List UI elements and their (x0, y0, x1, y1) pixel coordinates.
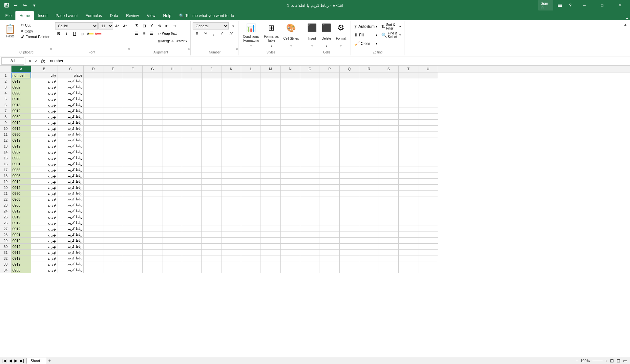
cell-U23[interactable] (418, 202, 438, 208)
row-number[interactable]: 22 (0, 196, 11, 202)
cell-U7[interactable] (418, 108, 438, 114)
cell-L34[interactable] (241, 267, 261, 273)
cell-C33[interactable]: رباط کریم (57, 261, 84, 267)
cell-G7[interactable] (143, 108, 162, 114)
cell-E12[interactable] (103, 137, 123, 143)
cell-C30[interactable]: رباط کریم (57, 244, 84, 250)
cell-G26[interactable] (143, 220, 162, 226)
cell-T8[interactable] (399, 114, 418, 120)
cell-D11[interactable] (84, 131, 103, 137)
row-number[interactable]: 25 (0, 214, 11, 220)
cell-F24[interactable] (123, 208, 143, 214)
cell-D32[interactable] (84, 255, 103, 261)
cell-C12[interactable]: رباط کریم (57, 137, 84, 143)
cell-H21[interactable] (162, 191, 182, 196)
cell-A7[interactable]: 0912 (11, 108, 31, 114)
cell-O22[interactable] (300, 196, 320, 202)
cell-Q15[interactable] (340, 155, 359, 161)
cell-K23[interactable] (221, 202, 241, 208)
cell-R28[interactable] (359, 232, 379, 238)
cell-F31[interactable] (123, 250, 143, 255)
cell-H19[interactable] (162, 179, 182, 185)
cell-J7[interactable] (202, 108, 221, 114)
cell-I25[interactable] (182, 214, 202, 220)
cell-L25[interactable] (241, 214, 261, 220)
cell-N4[interactable] (281, 90, 300, 96)
cell-N12[interactable] (281, 137, 300, 143)
format-painter-button[interactable]: 🖌 Format Painter (19, 34, 51, 39)
cell-A9[interactable]: 0919 (11, 120, 31, 126)
cell-P23[interactable] (320, 202, 340, 208)
cell-F8[interactable] (123, 114, 143, 120)
cell-I8[interactable] (182, 114, 202, 120)
cell-K17[interactable] (221, 167, 241, 173)
cell-T30[interactable] (399, 244, 418, 250)
cell-C9[interactable]: رباط کریم (57, 120, 84, 126)
cell-M16[interactable] (261, 161, 281, 167)
cell-D18[interactable] (84, 173, 103, 179)
cell-N31[interactable] (281, 250, 300, 255)
cell-N1[interactable] (281, 72, 300, 78)
cell-C1[interactable]: place (57, 72, 84, 78)
confirm-formula-icon[interactable]: ✓ (34, 58, 39, 64)
row-number[interactable]: 10 (0, 126, 11, 131)
font-expand-icon[interactable]: ⧉ (128, 48, 130, 51)
cell-N24[interactable] (281, 208, 300, 214)
cell-R17[interactable] (359, 167, 379, 173)
number-format-expand-button[interactable]: ▾ (229, 22, 237, 30)
cell-O20[interactable] (300, 185, 320, 191)
tab-data[interactable]: Data (106, 11, 122, 20)
cell-O1[interactable] (300, 72, 320, 78)
col-header-B[interactable]: B (31, 66, 57, 72)
cell-E6[interactable] (103, 102, 123, 108)
sheet-tab-sheet1[interactable]: Sheet1 (26, 358, 46, 364)
cell-D21[interactable] (84, 191, 103, 196)
cell-T15[interactable] (399, 155, 418, 161)
cell-S7[interactable] (379, 108, 399, 114)
cell-B3[interactable]: تهران (31, 84, 57, 90)
cell-I1[interactable] (182, 72, 202, 78)
cell-M3[interactable] (261, 84, 281, 90)
align-right-button[interactable]: ☰ (148, 30, 156, 37)
cell-Q30[interactable] (340, 244, 359, 250)
cell-U28[interactable] (418, 232, 438, 238)
cell-D14[interactable] (84, 149, 103, 155)
cell-C3[interactable]: رباط کریم (57, 84, 84, 90)
cell-D24[interactable] (84, 208, 103, 214)
cancel-formula-icon[interactable]: ✕ (27, 58, 32, 64)
cell-G9[interactable] (143, 120, 162, 126)
cell-I34[interactable] (182, 267, 202, 273)
cell-S8[interactable] (379, 114, 399, 120)
cell-A4[interactable]: 0990 (11, 90, 31, 96)
paste-button[interactable]: 📋 Paste (2, 22, 19, 39)
cell-H29[interactable] (162, 238, 182, 244)
cell-C4[interactable]: رباط کریم (57, 90, 84, 96)
cell-L4[interactable] (241, 90, 261, 96)
row-number[interactable]: 23 (0, 202, 11, 208)
cell-T32[interactable] (399, 255, 418, 261)
cell-C6[interactable]: رباط کریم (57, 102, 84, 108)
cell-F16[interactable] (123, 161, 143, 167)
cell-L17[interactable] (241, 167, 261, 173)
align-center-button[interactable]: ≡ (141, 30, 148, 37)
cell-E1[interactable] (103, 72, 123, 78)
cell-M31[interactable] (261, 250, 281, 255)
col-header-K[interactable]: K (221, 66, 241, 72)
cell-B28[interactable]: تهران (31, 232, 57, 238)
cell-U10[interactable] (418, 126, 438, 131)
cell-S26[interactable] (379, 220, 399, 226)
cell-E11[interactable] (103, 131, 123, 137)
col-header-O[interactable]: O (300, 66, 320, 72)
cell-Q23[interactable] (340, 202, 359, 208)
cell-P32[interactable] (320, 255, 340, 261)
cell-K34[interactable] (221, 267, 241, 273)
cell-J4[interactable] (202, 90, 221, 96)
cell-Q26[interactable] (340, 220, 359, 226)
cell-N8[interactable] (281, 114, 300, 120)
cell-N18[interactable] (281, 173, 300, 179)
cell-B13[interactable]: تهران (31, 143, 57, 149)
cell-Q13[interactable] (340, 143, 359, 149)
sort-filter-dropdown-icon[interactable]: ▾ (399, 25, 401, 28)
row-number[interactable]: 9 (0, 120, 11, 126)
cell-L16[interactable] (241, 161, 261, 167)
